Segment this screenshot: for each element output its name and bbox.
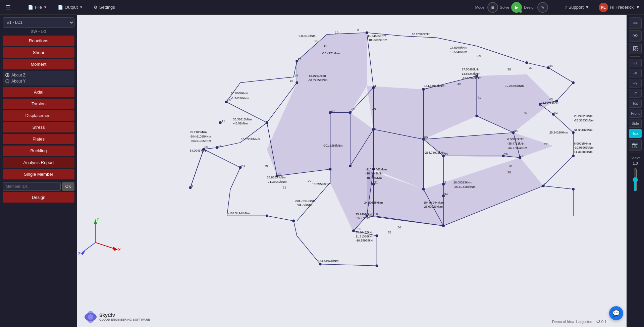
- svg-line-40: [191, 149, 204, 187]
- mode-model-button[interactable]: ■: [487, 2, 498, 13]
- svg-text:-34.77154kNm: -34.77154kNm: [308, 78, 328, 82]
- mode-solve-button[interactable]: ▶: [511, 2, 522, 13]
- svg-text:33: 33: [444, 152, 448, 156]
- about-z-circle: [5, 73, 9, 77]
- svg-point-119: [442, 224, 445, 227]
- svg-text:35: 35: [358, 227, 362, 231]
- user-menu[interactable]: FL Hi Frederick ▼: [599, 3, 640, 12]
- view-side[interactable]: Side: [629, 119, 642, 128]
- svg-text:36: 36: [549, 64, 553, 68]
- torsion-button[interactable]: Torsion: [3, 99, 74, 109]
- svg-text:29: 29: [504, 152, 508, 156]
- image-button[interactable]: 🖼: [629, 43, 642, 54]
- svg-text:45: 45: [372, 107, 376, 111]
- design-button[interactable]: Design: [3, 192, 74, 203]
- reactions-button[interactable]: Reactions: [3, 36, 74, 46]
- svg-text:-18.510kNm: -18.510kNm: [366, 176, 382, 180]
- svg-text:17: 17: [222, 119, 226, 123]
- settings-label: Settings: [99, 5, 115, 10]
- svg-text:16: 16: [227, 98, 231, 102]
- solve-icon: ▶: [515, 5, 519, 10]
- shear-button[interactable]: Shear: [3, 47, 74, 58]
- view-plus-x[interactable]: +X: [629, 59, 642, 67]
- svg-text:15: 15: [289, 79, 293, 83]
- svg-text:39: 39: [477, 54, 481, 58]
- settings-menu[interactable]: ⚙ Settings: [92, 3, 117, 11]
- svg-point-103: [375, 234, 378, 237]
- screenshot-button[interactable]: 📷: [629, 139, 642, 151]
- eye-icon: 👁: [633, 33, 638, 39]
- mode-design-button[interactable]: ✎: [537, 2, 548, 13]
- svg-text:-34.77154kNm: -34.77154kNm: [507, 146, 527, 150]
- svg-text:34.00437kNm: 34.00437kNm: [190, 149, 209, 152]
- svg-text:-85.0151kNm: -85.0151kNm: [308, 74, 326, 77]
- hamburger-menu[interactable]: ☰: [4, 2, 12, 12]
- edit-tool-button[interactable]: ✏: [629, 17, 642, 29]
- canvas-area[interactable]: .plate-fill { fill: rgba(150, 130, 200, …: [77, 15, 627, 327]
- view-iso[interactable]: Iso: [629, 129, 642, 138]
- member-ok-button[interactable]: OK: [62, 182, 74, 191]
- eye-button[interactable]: 👁: [629, 30, 642, 42]
- user-arrow: ▼: [636, 5, 640, 10]
- svg-text:36: 36: [397, 225, 401, 229]
- svg-line-14: [437, 38, 477, 46]
- svg-text:-304.61025kNm: -304.61025kNm: [190, 135, 211, 138]
- displacement-button[interactable]: Displacement: [3, 110, 74, 121]
- svg-text:184.54944kNm: 184.54944kNm: [423, 201, 444, 204]
- buckling-button[interactable]: Buckling: [3, 146, 74, 156]
- svg-point-129: [572, 188, 575, 190]
- svg-text:47: 47: [524, 111, 528, 114]
- skyciv-logo: SkyCiv CLOUD ENGINEERING SOFTWARE: [84, 310, 150, 324]
- svg-point-95: [349, 111, 352, 114]
- user-label: Hi Frederick: [610, 5, 634, 10]
- about-y-radio[interactable]: About Y: [5, 79, 72, 84]
- view-plus-y[interactable]: +Y: [629, 79, 642, 88]
- plates-button[interactable]: Plates: [3, 134, 74, 144]
- view-top[interactable]: Top: [629, 99, 642, 108]
- member-ids-input[interactable]: [3, 182, 61, 191]
- svg-text:-704.77kNm: -704.77kNm: [295, 203, 312, 207]
- file-menu[interactable]: 📄 File ▼: [26, 3, 49, 11]
- scale-slider[interactable]: [632, 168, 639, 192]
- svg-text:25.24020kNm: 25.24020kNm: [549, 131, 568, 134]
- view-front[interactable]: Front: [629, 109, 642, 118]
- svg-text:37: 37: [529, 66, 533, 69]
- svg-text:24.50785kNm: 24.50785kNm: [541, 101, 559, 104]
- svg-text:42: 42: [554, 111, 558, 114]
- svg-text:35: 35: [387, 230, 391, 234]
- output-menu[interactable]: 📄 Output ▼: [56, 3, 85, 11]
- svg-text:11: 11: [314, 39, 318, 43]
- chat-button[interactable]: 💬: [609, 306, 623, 320]
- moment-button[interactable]: Moment: [3, 59, 74, 69]
- about-z-label: About Z: [11, 73, 25, 77]
- svg-text:32: 32: [442, 180, 446, 184]
- svg-text:27: 27: [544, 142, 548, 146]
- svg-text:10.2S593kNm: 10.2S593kNm: [312, 182, 331, 186]
- svg-line-18: [557, 83, 574, 101]
- sidebar: #1 - LC1 SW + LG Reactions Shear Moment …: [0, 15, 77, 327]
- view-minus-y[interactable]: -Y: [629, 89, 642, 98]
- mode-solve-label: Solve: [500, 5, 509, 9]
- svg-text:-35.4771kNm: -35.4771kNm: [322, 52, 340, 55]
- svg-marker-242: [80, 251, 86, 255]
- svg-line-34: [267, 216, 293, 221]
- single-member-button[interactable]: Single Member: [3, 169, 74, 179]
- svg-point-93: [329, 168, 332, 171]
- image-icon: 🖼: [633, 46, 638, 52]
- svg-text:25.24020kNm: 25.24020kNm: [356, 213, 374, 216]
- top-navigation: ☰ 📄 File ▼ 📄 Output ▼ ⚙ Settings Model ■…: [0, 0, 644, 15]
- about-z-radio[interactable]: About Z: [5, 73, 72, 77]
- axial-button[interactable]: Axial: [3, 87, 74, 97]
- svg-point-106: [292, 219, 295, 222]
- svg-text:6.00015kNm: 6.00015kNm: [574, 142, 591, 145]
- svg-text:2: 2: [544, 182, 546, 186]
- view-minus-x[interactable]: -X: [629, 69, 642, 77]
- load-combo-select[interactable]: #1 - LC1: [3, 17, 74, 28]
- svg-text:13.5540kNm: 13.5540kNm: [450, 50, 467, 54]
- svg-text:25.0600kNm: 25.0600kNm: [231, 92, 248, 95]
- support-menu[interactable]: ? Support ▼: [562, 3, 592, 11]
- svg-text:22: 22: [278, 172, 282, 176]
- stress-button[interactable]: Stress: [3, 122, 74, 132]
- analysis-report-button[interactable]: Analysis Report: [3, 157, 74, 168]
- svg-point-122: [572, 81, 575, 84]
